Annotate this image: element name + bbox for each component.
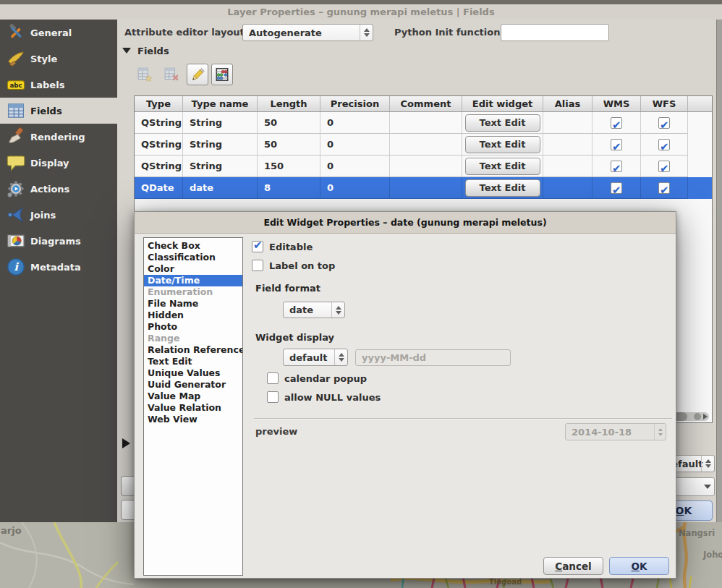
edit-widget-button[interactable]: Text Edit	[465, 136, 540, 153]
cell-comment[interactable]	[390, 134, 462, 155]
label-on-top-checkbox[interactable]	[252, 260, 263, 271]
sidebar-item-joins[interactable]: Joins	[0, 202, 117, 228]
widget-type-file-name[interactable]: File Name	[144, 298, 242, 310]
widget-type-color[interactable]: Color	[144, 263, 242, 275]
wfs-checkbox[interactable]	[658, 161, 670, 172]
cell-comment[interactable]	[390, 177, 462, 199]
sidebar-item-display[interactable]: Display	[0, 150, 117, 176]
widget-type-web-view[interactable]: Web View	[144, 414, 242, 425]
cell-length[interactable]: 50	[258, 112, 320, 134]
calendar-popup-checkbox[interactable]	[267, 372, 279, 384]
wms-checkbox[interactable]	[611, 117, 622, 129]
cell-precision[interactable]: 0	[320, 155, 390, 177]
cell-length[interactable]: 8	[258, 177, 320, 199]
field-calculator-button[interactable]	[211, 64, 233, 85]
ok-button[interactable]: OK	[609, 557, 669, 575]
cell-length[interactable]: 50	[258, 134, 320, 155]
dialog-title[interactable]: Edit Widget Properties – date (gunung me…	[135, 212, 676, 234]
widget-type-classification[interactable]: Classification	[144, 252, 242, 263]
cell-type-name[interactable]: date	[183, 177, 258, 199]
cell-type[interactable]: QString	[135, 155, 183, 177]
widget-type-value-relation[interactable]: Value Relation	[144, 402, 242, 414]
cell-type-name[interactable]: String	[183, 134, 258, 155]
sidebar-item-style[interactable]: Style	[0, 46, 117, 72]
toggle-editing-button[interactable]	[187, 64, 208, 85]
wms-checkbox[interactable]	[611, 182, 622, 194]
editable-row[interactable]: Editable	[252, 241, 313, 252]
python-init-input[interactable]	[501, 24, 609, 41]
wms-checkbox[interactable]	[611, 139, 622, 150]
edit-widget-button[interactable]: Text Edit	[465, 114, 540, 132]
wfs-checkbox[interactable]	[658, 139, 670, 150]
column-header-type-name[interactable]: Type name	[183, 96, 258, 111]
combo-spinner-icon[interactable]	[331, 302, 344, 318]
sidebar-item-diagrams[interactable]: Diagrams	[0, 228, 117, 254]
cell-type[interactable]: QString	[135, 134, 183, 155]
sidebar-item-rendering[interactable]: Rendering	[0, 124, 117, 150]
widget-type-check-box[interactable]: Check Box	[144, 240, 242, 252]
cell-comment[interactable]	[390, 155, 462, 177]
widget-type-uuid-generator[interactable]: Uuid Generator	[144, 379, 242, 391]
column-header-comment[interactable]: Comment	[390, 96, 462, 111]
cell-type[interactable]: QDate	[135, 177, 183, 199]
widget-type-date-time[interactable]: Date/Time	[144, 275, 242, 286]
cell-length[interactable]: 150	[258, 155, 320, 177]
wms-checkbox[interactable]	[611, 161, 622, 172]
panel-collapse-arrow-icon[interactable]	[122, 438, 130, 448]
allow-null-checkbox[interactable]	[267, 391, 279, 403]
column-header-length[interactable]: Length	[258, 96, 320, 111]
column-header-precision[interactable]: Precision	[320, 96, 390, 111]
scroll-right-arrow-icon[interactable]	[703, 414, 708, 419]
edit-widget-button[interactable]: Text Edit	[465, 158, 540, 175]
fields-table-header[interactable]: TypeType nameLengthPrecisionCommentEdit …	[135, 96, 712, 112]
column-header-type[interactable]: Type	[135, 96, 183, 111]
widget-type-value-map[interactable]: Value Map	[144, 391, 242, 402]
sidebar-item-fields[interactable]: Fields	[0, 98, 117, 124]
cell-type-name[interactable]: String	[183, 112, 258, 134]
format-string-input[interactable]: yyyy-MM-dd	[355, 349, 511, 366]
combo-spinner-icon[interactable]	[360, 25, 373, 41]
window-titlebar[interactable]: Layer Properties – gunung merapi meletus…	[0, 0, 722, 20]
attribute-editor-layout-combo[interactable]: Autogenerate	[242, 24, 373, 41]
cell-alias[interactable]	[543, 112, 593, 134]
column-header-alias[interactable]: Alias	[543, 96, 593, 111]
cell-type[interactable]: QString	[135, 112, 183, 134]
cell-precision[interactable]: 0	[320, 177, 390, 199]
display-mode-combo[interactable]: default	[283, 349, 348, 366]
widget-type-text-edit[interactable]: Text Edit	[144, 356, 242, 367]
table-row[interactable]: QStringString1500Text Edit	[135, 155, 712, 177]
sidebar-item-metadata[interactable]: iMetadata	[0, 254, 117, 280]
cell-precision[interactable]: 0	[320, 112, 390, 134]
widget-type-unique-values[interactable]: Unique Values	[144, 367, 242, 379]
widget-type-relation-reference[interactable]: Relation Reference	[144, 344, 242, 356]
table-row[interactable]: QStringString500Text Edit	[135, 112, 712, 134]
wfs-checkbox[interactable]	[658, 182, 670, 194]
cell-alias[interactable]	[543, 155, 593, 177]
chevron-down-icon[interactable]	[701, 478, 714, 495]
widget-type-hidden[interactable]: Hidden	[144, 310, 242, 321]
widget-type-list[interactable]: Check BoxClassificationColorDate/TimeEnu…	[143, 237, 243, 576]
label-on-top-row[interactable]: Label on top	[252, 260, 335, 271]
cell-type-name[interactable]: String	[183, 155, 258, 177]
cell-alias[interactable]	[543, 177, 593, 199]
sidebar-item-labels[interactable]: abcLabels	[0, 72, 117, 98]
column-header-wfs[interactable]: WFS	[641, 96, 688, 111]
cell-comment[interactable]	[390, 112, 462, 134]
table-row[interactable]: QStringString500Text Edit	[135, 134, 712, 155]
wfs-checkbox[interactable]	[658, 117, 670, 129]
cancel-button[interactable]: Cancel	[543, 557, 603, 575]
editable-checkbox[interactable]	[252, 241, 263, 252]
sidebar-item-general[interactable]: General	[0, 20, 117, 46]
table-row[interactable]: QDatedate80Text Edit	[135, 177, 712, 199]
edit-widget-button[interactable]: Text Edit	[465, 179, 540, 197]
calendar-popup-row[interactable]: calendar popup	[267, 372, 367, 384]
sidebar-item-actions[interactable]: Actions	[0, 176, 117, 202]
column-header-wms[interactable]: WMS	[593, 96, 641, 111]
column-header-edit-widget[interactable]: Edit widget	[462, 96, 543, 111]
collapse-triangle-icon[interactable]	[122, 48, 131, 54]
combo-spinner-icon[interactable]	[701, 456, 714, 472]
widget-type-photo[interactable]: Photo	[144, 321, 242, 333]
cell-alias[interactable]	[543, 134, 593, 155]
combo-spinner-icon[interactable]	[334, 349, 347, 365]
cell-precision[interactable]: 0	[320, 134, 390, 155]
